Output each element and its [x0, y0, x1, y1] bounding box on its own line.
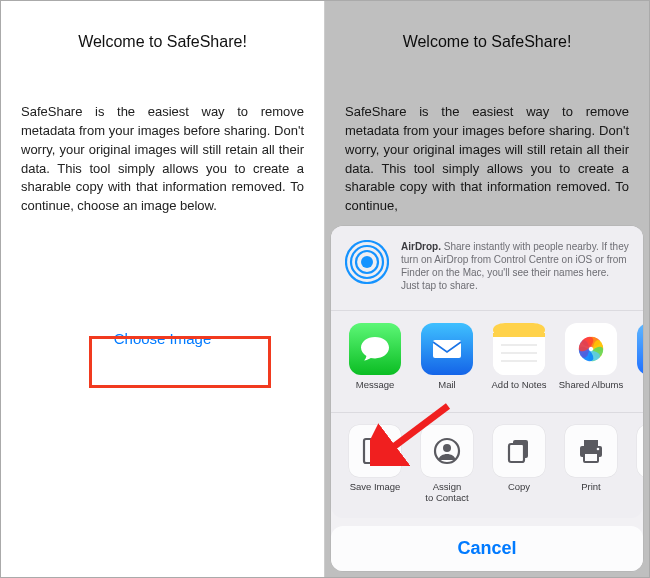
assign-contact-icon [421, 425, 473, 477]
mail-icon [421, 323, 473, 375]
action-label: Save Image [350, 482, 401, 504]
notes-icon [493, 323, 545, 375]
share-app-message[interactable]: Message [339, 323, 411, 402]
svg-rect-4 [433, 340, 461, 358]
svg-point-27 [597, 448, 600, 451]
choose-wrap: Choose Image [21, 316, 304, 361]
app-label: Mail [438, 380, 455, 402]
share-apps-row: Message Mail Add to Notes [331, 311, 643, 413]
svg-rect-24 [584, 440, 598, 446]
svg-point-0 [361, 256, 373, 268]
app-label: Add to Notes [492, 380, 547, 402]
message-icon [349, 323, 401, 375]
print-icon [565, 425, 617, 477]
choose-image-button[interactable]: Choose Image [86, 316, 240, 361]
phone-right: Welcome to SafeShare! SafeShare is the e… [325, 1, 649, 577]
action-copy[interactable]: Copy [483, 425, 555, 504]
generic-action-icon [637, 425, 643, 477]
share-app-mail[interactable]: Mail [411, 323, 483, 402]
action-assign-contact[interactable]: Assignto Contact [411, 425, 483, 504]
app-label: Shared Albums [559, 380, 623, 402]
cancel-button[interactable]: Cancel [331, 526, 643, 571]
svg-point-21 [443, 444, 451, 452]
airdrop-row[interactable]: AirDrop. Share instantly with people nea… [331, 226, 643, 311]
share-app-more[interactable] [627, 323, 643, 402]
intro-text: SafeShare is the easiest way to remove m… [21, 103, 304, 216]
action-label: Print [581, 482, 601, 504]
action-save-image[interactable]: Save Image [339, 425, 411, 504]
copy-icon [493, 425, 545, 477]
action-label: Assignto Contact [425, 482, 468, 504]
welcome-title: Welcome to SafeShare! [21, 33, 304, 51]
welcome-title: Welcome to SafeShare! [345, 33, 629, 51]
svg-rect-23 [509, 444, 524, 462]
intro-text: SafeShare is the easiest way to remove m… [345, 103, 629, 216]
generic-app-icon [637, 323, 643, 375]
left-content: Welcome to SafeShare! SafeShare is the e… [1, 33, 324, 361]
action-more[interactable]: S [627, 425, 643, 504]
airdrop-description: AirDrop. Share instantly with people nea… [401, 240, 629, 292]
action-label: Copy [508, 482, 530, 504]
app-label: Message [356, 380, 395, 402]
airdrop-icon [345, 240, 389, 284]
share-app-shared-albums[interactable]: Shared Albums [555, 323, 627, 402]
airdrop-bold: AirDrop. [401, 241, 441, 252]
share-sheet: AirDrop. Share instantly with people nea… [331, 226, 643, 571]
share-app-notes[interactable]: Add to Notes [483, 323, 555, 402]
screenshot-pair: Welcome to SafeShare! SafeShare is the e… [0, 0, 650, 578]
action-print[interactable]: Print [555, 425, 627, 504]
svg-rect-26 [584, 453, 598, 462]
phone-left: Welcome to SafeShare! SafeShare is the e… [1, 1, 325, 577]
share-actions-row: Save Image Assignto Contact Copy [331, 413, 643, 518]
save-image-icon [349, 425, 401, 477]
right-content: Welcome to SafeShare! SafeShare is the e… [325, 33, 649, 216]
share-sheet-panel: AirDrop. Share instantly with people nea… [331, 226, 643, 518]
photos-icon [565, 323, 617, 375]
svg-rect-7 [493, 333, 545, 337]
